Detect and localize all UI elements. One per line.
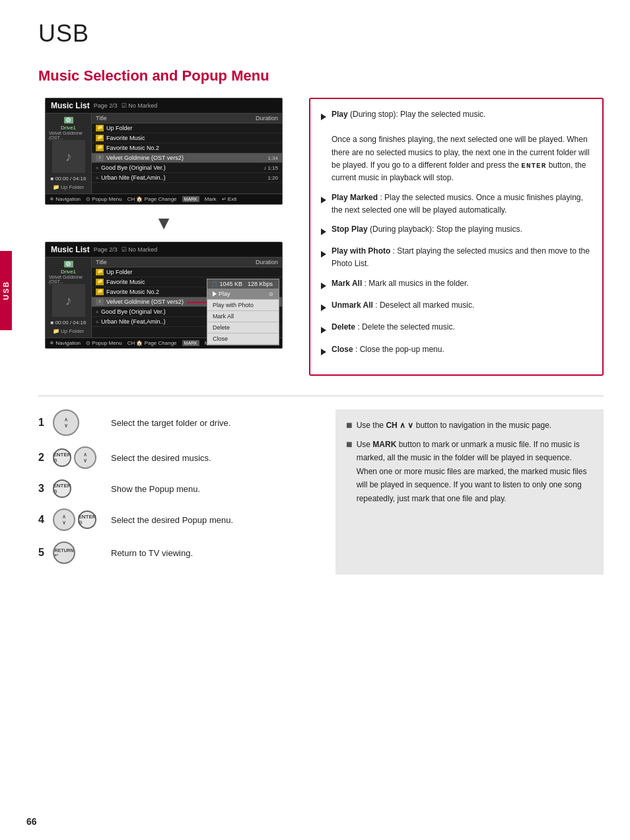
ml-header-2: Music List Page 2/3 ☑ No Marked <box>46 242 282 258</box>
note-1: ■ Use the CH ∧ ∨ button to navigation in… <box>346 419 593 433</box>
down-arrow: ▼ <box>155 213 173 234</box>
step-5-text: Return to TV viewing. <box>111 548 193 558</box>
list-item: =Good Bye (Original Ver.) ♪ 1:15 <box>92 163 282 173</box>
info-close: Close : Close the pop-up menu. <box>321 343 592 359</box>
ml-header-1: Music List Page 2/3 ☑ No Marked <box>46 98 282 114</box>
enter-button-3: ENTER⊙ <box>53 479 71 498</box>
page-title: USB <box>38 20 604 48</box>
info-column: Play (During stop): Play the selected mu… <box>309 98 604 376</box>
music-list-screenshot-2: Music List Page 2/3 ☑ No Marked 💿 Drive1… <box>45 242 283 349</box>
list-item: 📁Up Folder <box>92 123 282 133</box>
popup-item-play-with-photo[interactable]: Play with Photo <box>207 300 279 311</box>
screenshots-column: Music List Page 2/3 ☑ No Marked 💿 Drive1… <box>38 98 289 376</box>
info-delete: Delete : Delete the selected music. <box>321 321 592 336</box>
ml-body-1: 💿 Drive1 Velvet Goldmine (OST... ♪ ■ 00:… <box>46 114 282 193</box>
ml-thumbnail-2: 💿 Drive1 Velvet Goldmine (OST... ♪ ■ 00:… <box>46 258 92 337</box>
step-1: 1 ∧ ∨ Select the target folder or drive. <box>38 409 316 436</box>
note-2: ■ Use MARK button to mark or unmark a mu… <box>346 438 593 505</box>
enter-button-4: ENTER⊙ <box>78 510 96 529</box>
list-item-highlighted: ♪Velvet Goldmine (OST vers2) 1:34 <box>92 153 282 163</box>
list-item: 📁Favorite Music No.2 <box>92 143 282 153</box>
info-label-play-marked: Play Marked <box>332 193 378 202</box>
nav-button-2: ∧ ∨ <box>74 446 96 469</box>
ml-thumbnail-1: 💿 Drive1 Velvet Goldmine (OST... ♪ ■ 00:… <box>46 114 92 193</box>
step-1-text: Select the target folder or drive. <box>111 418 230 428</box>
info-play-with-photo: Play with Photo : Start playing the sele… <box>321 245 592 270</box>
steps-column: 1 ∧ ∨ Select the target folder or drive.… <box>38 409 316 575</box>
list-item: 📁Favorite Music <box>92 133 282 143</box>
sidebar-label: USB <box>2 281 10 300</box>
info-label-close: Close <box>332 345 353 354</box>
info-play-marked: Play Marked : Play the selected musics. … <box>321 192 592 217</box>
section-heading: Music Selection and Popup Menu <box>38 67 604 85</box>
drive-icon-1: 💿 <box>64 117 73 123</box>
info-unmark-all: Unmark All : Deselect all marked music. <box>321 299 592 314</box>
list-item: 📁Up Folder <box>92 267 282 277</box>
step-2-text: Select the desired musics. <box>111 453 211 463</box>
enter-button-2: ENTER⊙ <box>53 448 71 467</box>
info-label-play-with-photo: Play with Photo <box>332 246 390 256</box>
section-divider <box>38 396 604 396</box>
nav-button-4: ∧ ∨ <box>53 508 75 531</box>
info-label-unmark-all: Unmark All <box>332 300 373 310</box>
info-label-delete: Delete <box>332 322 355 332</box>
sidebar-tab: USB <box>0 251 12 330</box>
info-mark-all: Mark All : Mark all musics in the folder… <box>321 277 592 293</box>
step-5: 5 RETURN↩ Return to TV viewing. <box>38 542 316 564</box>
popup-item-delete[interactable]: Delete <box>207 322 279 333</box>
step-4: 4 ∧ ∨ ENTER⊙ Select the desired Popup me… <box>38 508 316 531</box>
page-number: 66 <box>26 816 37 827</box>
music-list-screenshot-1: Music List Page 2/3 ☑ No Marked 💿 Drive1… <box>45 98 283 205</box>
play-icon <box>213 291 217 297</box>
list-item: =Urban Nite (Feat,Amin..) 1:20 <box>92 173 282 183</box>
info-play: Play (During stop): Play the selected mu… <box>321 108 592 185</box>
steps-section: 1 ∧ ∨ Select the target folder or drive.… <box>38 409 604 575</box>
step-4-text: Select the desired Popup menu. <box>111 515 233 525</box>
popup-menu: 🎵 1045 KB 128 Kbps Play ⊙ Play with Phot… <box>207 279 279 345</box>
ml-title-1: Music List <box>51 101 90 110</box>
info-label-play: Play <box>332 110 348 119</box>
ml-list-1: Title Duration 📁Up Folder 📁Favorite Musi… <box>92 114 282 193</box>
notes-column: ■ Use the CH ∧ ∨ button to navigation in… <box>335 409 604 575</box>
step-3-text: Show the Popup menu. <box>111 484 200 494</box>
album-art-1: ♪ <box>52 140 85 173</box>
popup-connector <box>187 302 207 303</box>
info-stop-play: Stop Play (During playback): Stop the pl… <box>321 223 592 238</box>
popup-item-mark-all[interactable]: Mark All <box>207 311 279 322</box>
step-3: 3 ENTER⊙ Show the Popup menu. <box>38 479 316 498</box>
popup-item-close[interactable]: Close <box>207 333 279 345</box>
popup-item-play[interactable]: Play ⊙ <box>207 289 279 300</box>
return-button: RETURN↩ <box>53 542 75 564</box>
nav-button-1: ∧ ∨ <box>53 409 79 436</box>
album-art-2: ♪ <box>52 284 85 317</box>
ml-footer-1: ✳ Navigation ⊙ Popup Menu CH 🏠 Page Chan… <box>46 193 282 204</box>
info-label-mark-all: Mark All <box>332 279 362 288</box>
info-label-stop-play: Stop Play <box>332 225 368 234</box>
popup-header: 🎵 1045 KB 128 Kbps <box>207 279 279 289</box>
step-2: 2 ENTER⊙ ∧ ∨ Select the desired musics. <box>38 446 316 469</box>
